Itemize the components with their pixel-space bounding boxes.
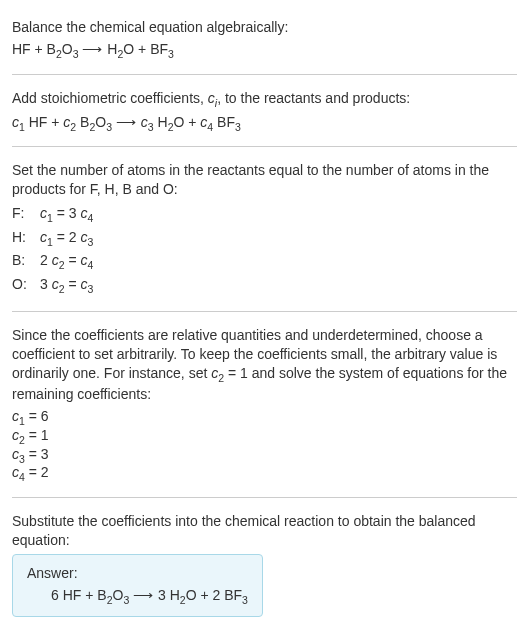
element-equation: c1 = 2 c3	[40, 227, 93, 251]
solve-line: c1 = 6	[12, 408, 517, 427]
solve-line: c2 = 1	[12, 427, 517, 446]
solve-line: c3 = 3	[12, 446, 517, 465]
intro-equation: HF + B2O3 ⟶ H2O + BF3	[12, 41, 517, 60]
solve-section: Since the coefficients are relative quan…	[12, 316, 517, 493]
element-label: O:	[12, 274, 40, 298]
set-atoms-section: Set the number of atoms in the reactants…	[12, 151, 517, 307]
set-atoms-text: Set the number of atoms in the reactants…	[12, 161, 517, 199]
element-equation: 2 c2 = c4	[40, 250, 93, 274]
atom-table: F: c1 = 3 c4 H: c1 = 2 c3 B: 2 c2 = c4 O…	[12, 203, 517, 297]
answer-box: Answer: 6 HF + B2O3 ⟶ 3 H2O + 2 BF3	[12, 554, 263, 617]
solve-line: c4 = 2	[12, 464, 517, 483]
divider	[12, 311, 517, 312]
table-row: H: c1 = 2 c3	[12, 227, 517, 251]
add-coeffs-section: Add stoichiometric coefficients, ci, to …	[12, 79, 517, 143]
answer-label: Answer:	[27, 565, 248, 581]
solve-text: Since the coefficients are relative quan…	[12, 326, 517, 404]
element-label: H:	[12, 227, 40, 251]
element-label: B:	[12, 250, 40, 274]
table-row: O: 3 c2 = c3	[12, 274, 517, 298]
intro-section: Balance the chemical equation algebraica…	[12, 8, 517, 70]
answer-equation: 6 HF + B2O3 ⟶ 3 H2O + 2 BF3	[27, 587, 248, 606]
substitute-section: Substitute the coefficients into the che…	[12, 502, 517, 627]
substitute-text: Substitute the coefficients into the che…	[12, 512, 517, 550]
add-coeffs-equation: c1 HF + c2 B2O3 ⟶ c3 H2O + c4 BF3	[12, 114, 517, 133]
divider	[12, 497, 517, 498]
table-row: F: c1 = 3 c4	[12, 203, 517, 227]
element-equation: 3 c2 = c3	[40, 274, 93, 298]
intro-text: Balance the chemical equation algebraica…	[12, 18, 517, 37]
table-row: B: 2 c2 = c4	[12, 250, 517, 274]
divider	[12, 146, 517, 147]
divider	[12, 74, 517, 75]
element-label: F:	[12, 203, 40, 227]
add-coeffs-text: Add stoichiometric coefficients, ci, to …	[12, 89, 517, 110]
element-equation: c1 = 3 c4	[40, 203, 93, 227]
